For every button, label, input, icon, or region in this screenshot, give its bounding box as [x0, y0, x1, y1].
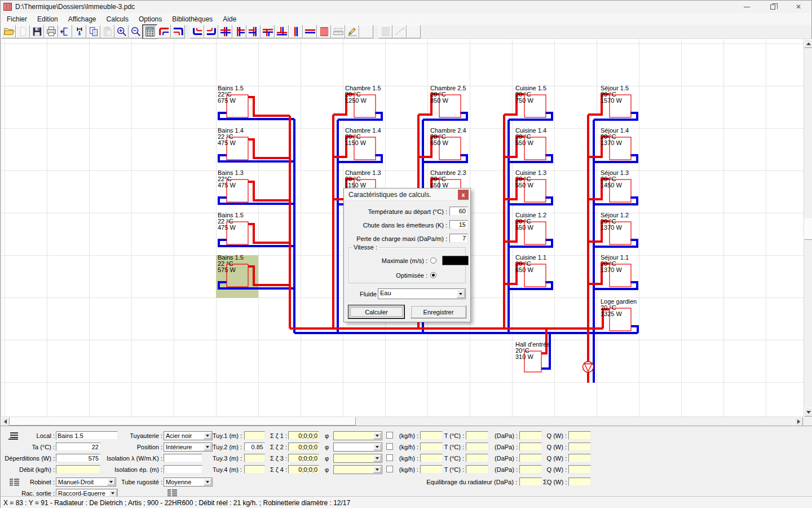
rugosite-combo[interactable]: Moyenne	[164, 478, 213, 487]
menu-aide[interactable]: Aide	[218, 14, 241, 24]
radiator-hall-entree[interactable]: Hall d'entrée20°C310 W	[515, 341, 550, 372]
radiator-chambre-2.4[interactable]: Chambre 2.420 °C650 W	[430, 127, 466, 160]
save-button[interactable]	[30, 25, 44, 38]
edit-tool-button[interactable]	[345, 25, 359, 38]
calculate-button[interactable]	[143, 25, 157, 38]
radiator-s-jour-1.5[interactable]: Séjour 1.520 °C1570 W	[601, 85, 631, 117]
zoom-out-button[interactable]	[129, 25, 143, 38]
horizontal-scrollbar[interactable]	[1, 417, 804, 426]
maximale-radio[interactable]	[430, 257, 436, 264]
new-button[interactable]	[16, 25, 30, 38]
zeta-4-field[interactable]: 0;0;0;0	[288, 465, 319, 474]
pipe-cross-button[interactable]	[218, 25, 232, 38]
radiator-cuisine-1.4[interactable]: Cuisine 1.420 °C550 W	[515, 127, 546, 160]
flow-3-dapa-field[interactable]	[519, 454, 542, 462]
flow-4-checkbox[interactable]	[386, 466, 393, 472]
radiator-chambre-1.4[interactable]: Chambre 1.420 °C1150 W	[345, 127, 381, 160]
flow-4-kgh-field[interactable]	[420, 465, 443, 474]
insert-branch-button[interactable]	[58, 25, 72, 38]
flow-3-checkbox[interactable]	[386, 454, 393, 461]
restore-button[interactable]	[760, 1, 785, 13]
zoom-in-button[interactable]	[114, 25, 129, 38]
menu-bibliotheques[interactable]: Bibliothèques	[167, 14, 218, 24]
flow-4-q-field[interactable]	[568, 465, 591, 474]
menu-fichier[interactable]: Fichier	[2, 14, 32, 24]
radiator-s-jour-1.2[interactable]: Séjour 1.220 °C1370 W	[601, 212, 631, 244]
isolation-ep-field[interactable]	[164, 465, 202, 474]
flow-1-dapa-field[interactable]	[519, 431, 542, 440]
chevron-down-icon[interactable]	[373, 466, 381, 473]
flow-4-t-field[interactable]	[466, 465, 488, 474]
ta-field[interactable]: 22	[56, 443, 100, 451]
pipe-corner-blue-left-button[interactable]	[190, 25, 204, 38]
pipe-tee-bottom-button[interactable]	[275, 25, 289, 38]
copy-button[interactable]	[86, 25, 100, 38]
chevron-down-icon[interactable]	[373, 444, 381, 450]
zeta-2-field[interactable]: 0;0;0;0	[288, 443, 319, 451]
dialog-title-bar[interactable]: Caractéristiques de calculs. x	[344, 189, 470, 201]
pipe-elbow-red-button[interactable]	[157, 25, 171, 38]
scroll-up-button[interactable]	[804, 39, 812, 48]
tuyauterie-combo[interactable]: Acier noir	[164, 431, 213, 440]
minimize-button[interactable]	[734, 1, 760, 13]
pipe-tee-left-button[interactable]	[246, 25, 261, 38]
radiator-chambre-1.5[interactable]: Chambre 1.520 °C1250 W	[345, 85, 381, 117]
depart-temp-field[interactable]: 60	[449, 207, 468, 216]
deperditions-field[interactable]: 575	[56, 454, 100, 462]
pipe-tee-right-button[interactable]	[232, 25, 246, 38]
equilibrage-field[interactable]	[519, 478, 542, 486]
calculer-button[interactable]: Calculer	[348, 305, 404, 318]
flow-1-checkbox[interactable]	[386, 432, 393, 439]
flow-2-kgh-field[interactable]	[420, 443, 443, 451]
radiator-s-jour-1.4[interactable]: Séjour 1.420 °C1370 W	[601, 127, 631, 160]
chevron-down-icon[interactable]	[457, 290, 465, 298]
chevron-down-icon[interactable]	[373, 455, 381, 462]
flow-1-kgh-field[interactable]	[420, 431, 443, 440]
pipe-vertical-button[interactable]	[289, 25, 303, 38]
enregistrer-button[interactable]: Enregistrer	[411, 305, 466, 318]
pipe-tee-top-button[interactable]	[261, 25, 275, 38]
menu-calculs[interactable]: Calculs	[102, 14, 134, 24]
fluide-combo[interactable]: Eau	[378, 288, 466, 299]
diameter-1-combo[interactable]	[333, 431, 382, 440]
chevron-down-icon[interactable]	[373, 432, 381, 439]
flow-2-t-field[interactable]	[466, 443, 488, 451]
scroll-right-button[interactable]	[794, 417, 803, 426]
close-button[interactable]: ✕	[785, 1, 811, 13]
menu-affichage[interactable]: Affichage	[63, 14, 102, 24]
debit-field[interactable]	[56, 465, 100, 474]
radiator-cuisine-1.1[interactable]: Cuisine 1.120 °C650 W	[515, 254, 546, 287]
flow-2-checkbox[interactable]	[386, 443, 393, 450]
radiator-tool-button[interactable]	[317, 25, 331, 38]
radiator-loge-gardien[interactable]: Loge gardien20 °C1325 W	[601, 298, 637, 331]
vertical-scroll-thumb[interactable]	[804, 218, 812, 240]
position-combo[interactable]: Intérieure	[164, 443, 213, 452]
menu-edition[interactable]: Edition	[32, 14, 63, 24]
pipe-elbow-blue-button[interactable]	[171, 25, 185, 38]
radiator-chambre-2.5[interactable]: Chambre 2.520 °C850 W	[430, 85, 466, 117]
chute-emetteurs-field[interactable]: 15	[449, 220, 468, 229]
scroll-down-button[interactable]	[804, 408, 812, 417]
flow-3-q-field[interactable]	[568, 454, 591, 462]
open-button[interactable]	[2, 25, 16, 38]
flow-2-dapa-field[interactable]	[519, 443, 542, 451]
diameter-2-combo[interactable]	[333, 443, 382, 452]
zeta-3-field[interactable]: 0;0;0;0	[288, 454, 319, 462]
pipe-horizontal-button[interactable]	[303, 25, 317, 38]
pump-symbol[interactable]	[583, 362, 594, 373]
perte-charge-field[interactable]: 7	[449, 234, 468, 243]
horizontal-scroll-thumb[interactable]	[10, 417, 356, 426]
flow-2-q-field[interactable]	[568, 443, 591, 451]
radiator-cuisine-1.3[interactable]: Cuisine 1.320 °C550 W	[515, 169, 546, 202]
sigma-q-field[interactable]	[568, 478, 591, 486]
optimisee-radio[interactable]	[430, 272, 436, 278]
tuy-4-field[interactable]	[244, 465, 265, 474]
diameter-3-combo[interactable]	[333, 454, 382, 463]
dialog-close-button[interactable]: x	[458, 190, 469, 200]
list-detail-icon-2[interactable]	[167, 489, 177, 497]
tuy-1-field[interactable]	[244, 431, 265, 440]
isolation-lambda-field[interactable]	[164, 454, 202, 462]
radiator-s-jour-1.1[interactable]: Séjour 1.120 °C1370 W	[601, 254, 631, 287]
radiator-cuisine-1.5[interactable]: Cuisine 1.520 °C750 W	[515, 85, 546, 117]
flow-3-t-field[interactable]	[466, 454, 488, 462]
